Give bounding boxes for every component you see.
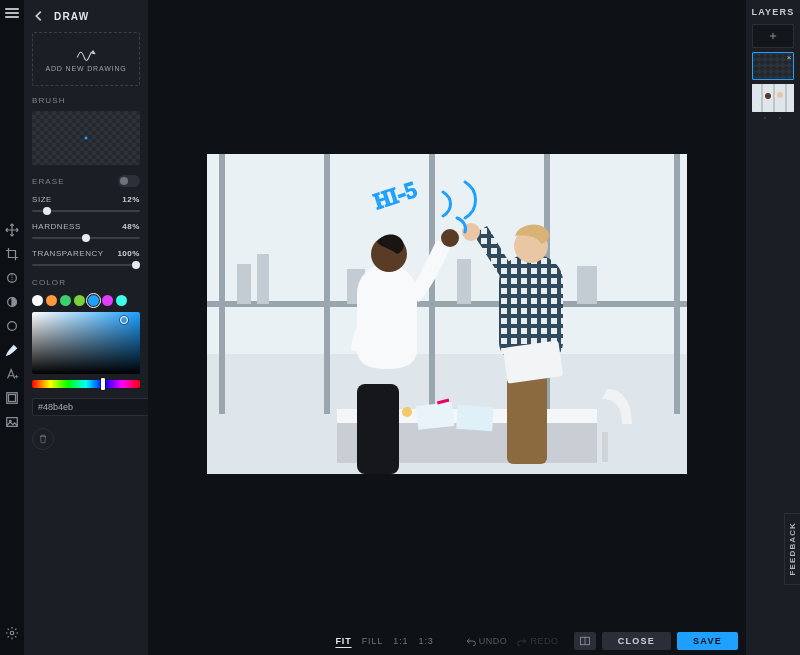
zoom-fill[interactable]: FILL [362,636,384,646]
svg-rect-24 [456,404,494,430]
svg-point-25 [402,407,412,417]
crop-tool-icon[interactable] [0,242,24,266]
color-label: COLOR [32,278,140,287]
layer-down-icon[interactable]: ˅ [778,116,783,125]
canvas-area[interactable]: HI-5 [148,0,746,627]
hardness-label: HARDNESS [32,222,81,231]
svg-rect-31 [507,374,547,464]
layers-title: LAYERS [751,0,794,24]
svg-rect-40 [752,84,794,112]
layer-up-icon[interactable]: ˄ [763,116,768,125]
hue-slider[interactable] [32,380,140,388]
hamburger-icon[interactable] [5,6,19,18]
close-button[interactable]: CLOSE [602,632,671,650]
layer-thumb-image[interactable] [752,84,794,112]
text-tool-icon[interactable] [0,362,24,386]
add-layer-button[interactable] [752,24,794,48]
color-swatches [32,295,140,306]
svg-rect-19 [457,259,471,304]
svg-point-7 [10,631,14,635]
svg-point-2 [8,322,17,331]
svg-point-44 [765,93,771,99]
svg-rect-27 [602,432,608,462]
bottom-bar: FIT FILL 1:1 1:3 UNDO REDO CLOSE SAVE [148,627,746,655]
sharpen-tool-icon[interactable] [0,314,24,338]
image-tool-icon[interactable] [0,410,24,434]
exposure-tool-icon[interactable] [0,266,24,290]
layer-thumb-drawing[interactable]: × [752,52,794,80]
feedback-label: FEEDBACK [788,522,797,575]
svg-rect-5 [7,418,18,427]
zoom-group: FIT FILL 1:1 1:3 [335,636,433,646]
draw-panel: DRAW ADD NEW DRAWING BRUSH ERASE SIZE12%… [24,0,148,655]
undo-redo-group: UNDO REDO [466,636,559,646]
hardness-value: 48% [122,222,140,231]
draw-tool-icon[interactable] [0,338,24,362]
back-arrow-icon[interactable] [32,9,46,23]
compare-button[interactable] [574,632,596,650]
svg-rect-4 [9,395,16,402]
icon-rail [0,0,24,655]
svg-rect-23 [416,402,454,430]
brush-label: BRUSH [32,96,140,105]
size-slider[interactable] [32,210,140,212]
erase-toggle[interactable] [118,175,140,187]
svg-rect-20 [577,266,597,304]
undo-button[interactable]: UNDO [466,636,508,646]
hex-input[interactable] [32,398,156,416]
layer-close-icon[interactable]: × [787,53,792,62]
frame-tool-icon[interactable] [0,386,24,410]
color-swatch-orange[interactable] [46,295,57,306]
size-label: SIZE [32,195,52,204]
delete-drawing-button[interactable] [32,428,54,450]
color-swatch-lime[interactable] [74,295,85,306]
svg-rect-17 [257,254,269,304]
adjust-tool-icon[interactable] [0,290,24,314]
settings-icon[interactable] [0,621,24,645]
stage: HI-5 FIT FILL 1:1 1:3 UNDO REDO CLOSE SA… [148,0,746,655]
transparency-slider[interactable] [32,264,140,266]
add-new-drawing-label: ADD NEW DRAWING [45,65,126,72]
add-new-drawing-button[interactable]: ADD NEW DRAWING [32,32,140,86]
photo: HI-5 [207,154,687,474]
layer-reorder: ˄ ˅ [763,116,782,125]
size-value: 12% [122,195,140,204]
color-swatch-magenta[interactable] [102,295,113,306]
svg-point-30 [441,229,459,247]
transparency-value: 100% [117,249,140,258]
brush-preview [32,111,140,165]
save-button[interactable]: SAVE [677,632,738,650]
squiggle-icon [75,47,97,61]
feedback-tab[interactable]: FEEDBACK [784,513,800,585]
hardness-slider[interactable] [32,237,140,239]
color-swatch-green[interactable] [60,295,71,306]
zoom-1-1[interactable]: 1:1 [393,636,408,646]
svg-point-45 [777,92,783,98]
color-swatch-cyan[interactable] [116,295,127,306]
erase-label: ERASE [32,177,65,186]
redo-button[interactable]: REDO [517,636,558,646]
zoom-1-3[interactable]: 1:3 [418,636,433,646]
zoom-fit[interactable]: FIT [335,636,351,646]
panel-title: DRAW [54,11,89,22]
move-tool-icon[interactable] [0,218,24,242]
saturation-value-picker[interactable] [32,312,140,374]
color-swatch-blue[interactable] [88,295,99,306]
svg-rect-16 [237,264,251,304]
transparency-label: TRANSPARENCY [32,249,104,258]
svg-rect-28 [357,384,399,474]
color-swatch-white[interactable] [32,295,43,306]
